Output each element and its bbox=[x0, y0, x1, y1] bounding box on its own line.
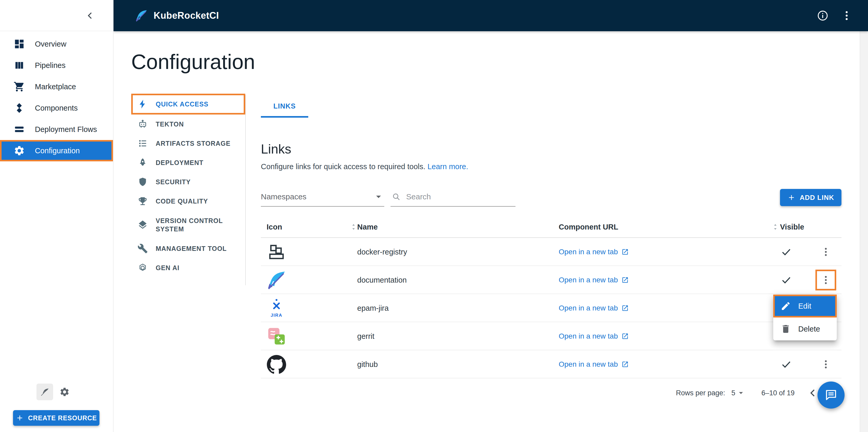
info-icon bbox=[816, 9, 829, 22]
info-button[interactable] bbox=[815, 8, 831, 24]
open-in-new-tab-link[interactable]: Open in a new tab bbox=[559, 294, 629, 322]
subnav-divider bbox=[245, 95, 246, 285]
config-nav-security[interactable]: SECURITY bbox=[131, 172, 245, 192]
chevron-left-icon bbox=[807, 387, 819, 399]
open-in-new-tab-link[interactable]: Open in a new tab bbox=[559, 350, 629, 378]
topbar-menu-button[interactable] bbox=[839, 8, 855, 24]
link-name: gerrit bbox=[357, 322, 374, 350]
link-name: docker-registry bbox=[357, 238, 407, 266]
chevron-down-icon bbox=[373, 191, 384, 202]
gerrit-icon bbox=[266, 326, 287, 346]
row-actions-button[interactable] bbox=[816, 271, 835, 289]
sidebar-item-marketplace[interactable]: Marketplace bbox=[0, 76, 113, 97]
page-title: Configuration bbox=[131, 50, 255, 74]
layers-icon bbox=[137, 220, 148, 230]
jira-icon: JIRA bbox=[266, 298, 287, 319]
genai-icon bbox=[137, 263, 148, 273]
sort-icon[interactable] bbox=[771, 223, 779, 231]
table-header: Icon Name Component URL Visible bbox=[261, 216, 841, 238]
pagination: Rows per page: 5 6–10 of 19 bbox=[676, 383, 841, 403]
chat-fab-button[interactable] bbox=[817, 381, 844, 408]
dashboard-icon bbox=[13, 38, 25, 50]
config-nav-quick-access[interactable]: QUICK ACCESS bbox=[131, 94, 245, 114]
table-row: documentation Open in a new tab bbox=[261, 266, 841, 294]
visible-check-icon bbox=[780, 274, 792, 286]
plus-icon bbox=[787, 193, 796, 202]
theme-pen-button[interactable] bbox=[36, 384, 53, 400]
config-nav-tekton[interactable]: TEKTON bbox=[131, 114, 245, 134]
app-title: KubeRocketCI bbox=[154, 10, 219, 21]
column-header-visible[interactable]: Visible bbox=[780, 216, 804, 238]
pagination-range: 6–10 of 19 bbox=[761, 389, 795, 397]
github-icon bbox=[266, 354, 287, 375]
app-window: Overview Pipelines Marketplace Component… bbox=[0, 0, 868, 432]
sidebar-item-overview[interactable]: Overview bbox=[0, 33, 113, 55]
sidebar-item-pipelines[interactable]: Pipelines bbox=[0, 55, 113, 76]
kebab-menu-icon bbox=[820, 246, 832, 258]
settings-gear-button[interactable] bbox=[56, 384, 73, 400]
column-header-icon[interactable]: Icon bbox=[267, 216, 282, 238]
row-actions-button[interactable] bbox=[816, 355, 835, 374]
topbar-actions bbox=[815, 8, 855, 24]
kebab-menu-icon bbox=[820, 274, 832, 286]
shield-icon bbox=[137, 177, 148, 187]
table-row: JIRA epam-jira Open in a new tab bbox=[261, 294, 841, 322]
visible-check-icon bbox=[780, 359, 792, 370]
link-name: epam-jira bbox=[357, 294, 389, 322]
menu-item-delete[interactable]: Delete bbox=[773, 318, 837, 340]
pencil-icon bbox=[780, 301, 791, 311]
sidebar-item-label: Overview bbox=[35, 40, 66, 48]
link-name: documentation bbox=[357, 266, 407, 294]
search-input[interactable] bbox=[406, 192, 515, 201]
app-logo: KubeRocketCI bbox=[134, 9, 219, 23]
column-header-name[interactable]: Name bbox=[357, 216, 378, 238]
sidebar-item-label: Marketplace bbox=[35, 82, 76, 91]
config-nav-version-control-system[interactable]: VERSION CONTROL SYSTEM bbox=[131, 211, 245, 239]
config-nav-artifacts-storage[interactable]: ARTIFACTS STORAGE bbox=[131, 134, 245, 153]
config-nav-gen-ai[interactable]: GEN AI bbox=[131, 258, 245, 277]
create-resource-button[interactable]: CREATE RESOURCE bbox=[13, 410, 99, 426]
sidebar-item-label: Components bbox=[35, 104, 78, 112]
sidebar-item-components[interactable]: Components bbox=[0, 97, 113, 119]
trophy-icon bbox=[137, 196, 148, 206]
learn-more-link[interactable]: Learn more. bbox=[428, 162, 468, 171]
table-row: docker-registry Open in a new tab bbox=[261, 238, 841, 266]
external-link-icon bbox=[621, 304, 629, 312]
sort-icon[interactable] bbox=[349, 223, 358, 231]
config-nav-deployment[interactable]: DEPLOYMENT bbox=[131, 153, 245, 172]
links-heading: Links bbox=[261, 141, 291, 157]
components-icon bbox=[13, 102, 25, 114]
open-in-new-tab-link[interactable]: Open in a new tab bbox=[559, 322, 629, 350]
robot-icon bbox=[137, 119, 148, 129]
config-nav-management-tool[interactable]: MANAGEMENT TOOL bbox=[131, 239, 245, 258]
configuration-nav: QUICK ACCESS TEKTON ARTIFACTS STORAGE DE… bbox=[131, 94, 245, 277]
config-nav-code-quality[interactable]: CODE QUALITY bbox=[131, 192, 245, 211]
storage-list-icon bbox=[137, 138, 148, 148]
chat-icon bbox=[824, 388, 838, 402]
gear-icon bbox=[59, 387, 70, 397]
docker-registry-icon bbox=[266, 241, 287, 262]
sidebar-item-label: Configuration bbox=[35, 146, 80, 155]
kebab-menu-icon bbox=[840, 9, 853, 22]
namespaces-select[interactable]: Namespaces bbox=[261, 187, 384, 207]
external-link-icon bbox=[621, 333, 629, 340]
sidebar-footer-tools bbox=[36, 384, 73, 400]
sidebar-item-deployment-flows[interactable]: Deployment Flows bbox=[0, 119, 113, 140]
wrench-icon bbox=[137, 243, 148, 254]
chevron-left-icon bbox=[84, 10, 96, 21]
external-link-icon bbox=[621, 361, 629, 368]
menu-item-edit[interactable]: Edit bbox=[773, 295, 837, 318]
tab-links[interactable]: LINKS bbox=[261, 95, 308, 118]
open-in-new-tab-link[interactable]: Open in a new tab bbox=[559, 266, 629, 294]
column-header-component-url[interactable]: Component URL bbox=[559, 216, 618, 238]
add-link-button[interactable]: ADD LINK bbox=[780, 189, 841, 206]
row-actions-button[interactable] bbox=[816, 242, 835, 261]
open-in-new-tab-link[interactable]: Open in a new tab bbox=[559, 238, 629, 266]
cart-icon bbox=[13, 81, 25, 92]
kuberocketci-logo-feather-icon bbox=[134, 9, 148, 23]
sidebar-item-configuration[interactable]: Configuration bbox=[0, 140, 113, 161]
scrollbar[interactable] bbox=[860, 31, 868, 432]
rows-per-page-select[interactable]: 5 bbox=[731, 388, 746, 398]
deployment-flows-icon bbox=[13, 124, 25, 135]
sidebar-collapse-button[interactable] bbox=[83, 8, 97, 23]
